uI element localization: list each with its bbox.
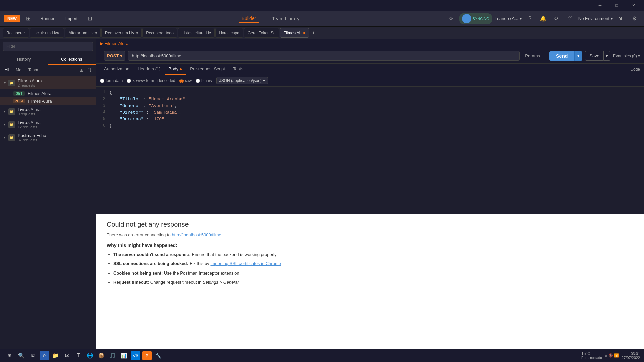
- layout-icon[interactable]: ⊞: [23, 13, 34, 24]
- windows-start[interactable]: ⊞: [4, 350, 15, 361]
- new-tab-icon[interactable]: ⊡: [84, 13, 95, 24]
- form-data-option[interactable]: form-data: [100, 78, 123, 83]
- top-center-nav: Builder Team Library: [98, 14, 443, 23]
- tab-item[interactable]: Remover um Livro: [101, 28, 142, 38]
- subtab-all[interactable]: All: [3, 67, 11, 73]
- tab-item[interactable]: Livros capa: [215, 28, 243, 38]
- settings-icon[interactable]: ⚙: [446, 13, 457, 24]
- sort-icon[interactable]: ⇅: [86, 67, 93, 73]
- eye-icon[interactable]: 👁: [616, 13, 627, 24]
- search-input[interactable]: [3, 42, 93, 51]
- mail-icon[interactable]: ✉: [62, 351, 72, 360]
- request-item[interactable]: POST Filmes Alura: [0, 97, 96, 105]
- sidebar-subtabs: All Me Team ⊞ ⇅: [0, 65, 96, 75]
- search-taskbar-icon[interactable]: 🔍: [17, 351, 26, 360]
- sidebar-tab-collections[interactable]: Collections: [48, 54, 96, 65]
- subtab-me[interactable]: Me: [14, 67, 23, 73]
- json-format-select[interactable]: JSON (application/json) ▾: [216, 77, 268, 84]
- taskview-icon[interactable]: ⧉: [28, 351, 38, 360]
- response-ssl-link[interactable]: importing SSL certificates in Chrome: [210, 261, 281, 266]
- breadcrumb: ▶ Filmes Alura: [100, 41, 128, 46]
- url-area: POST ▾ Params: [100, 51, 547, 61]
- send-dropdown[interactable]: ▾: [574, 51, 582, 61]
- url-input[interactable]: [128, 51, 520, 61]
- app2-icon[interactable]: 🎵: [108, 351, 117, 360]
- body-tab-headers-(1)[interactable]: Headers (1): [133, 64, 165, 75]
- body-tab-body[interactable]: Body: [165, 64, 186, 75]
- browser-icon[interactable]: 🌐: [85, 351, 95, 360]
- raw-option[interactable]: raw: [179, 78, 192, 83]
- params-button[interactable]: Params: [522, 52, 543, 60]
- collection-item[interactable]: ▾ 📁 Filmes Alura 2 requests: [0, 76, 96, 89]
- send-btn-group: Send ▾: [549, 51, 582, 61]
- builder-tab[interactable]: Builder: [239, 14, 259, 23]
- team-library-tab[interactable]: Team Library: [269, 15, 302, 23]
- new-folder-icon[interactable]: ⊞: [78, 67, 85, 73]
- gear-icon[interactable]: ⚙: [629, 13, 640, 24]
- method-select[interactable]: POST ▾: [104, 51, 125, 61]
- app1-icon[interactable]: 📦: [97, 351, 106, 360]
- response-list-item: The server couldn't send a response: Ens…: [113, 251, 633, 258]
- subtab-team[interactable]: Team: [26, 67, 40, 73]
- save-btn-group: Save ▾: [585, 51, 610, 61]
- send-button[interactable]: Send: [549, 51, 574, 61]
- collection-item[interactable]: ▸ 📁 Postman Echo 37 requests: [0, 131, 96, 144]
- minimize-button[interactable]: ─: [592, 0, 608, 11]
- sync-label: SYNCING: [473, 17, 489, 21]
- binary-option[interactable]: binary: [196, 78, 212, 83]
- method-chevron: ▾: [120, 53, 122, 58]
- add-tab-button[interactable]: +: [310, 29, 318, 37]
- request-bar: POST ▾ Params Send ▾ Save ▾ Examples (0)…: [96, 48, 644, 64]
- tab-item[interactable]: Recuperar: [3, 28, 29, 38]
- edge-icon[interactable]: e: [40, 351, 49, 360]
- collection-item[interactable]: ▸ 📁 Livros Alura 12 requests: [0, 118, 96, 131]
- explorer-icon[interactable]: 📁: [51, 351, 60, 360]
- body-tab-tests[interactable]: Tests: [229, 64, 247, 75]
- request-item[interactable]: GET Filmes Alura: [0, 89, 96, 97]
- avatar: L: [462, 14, 471, 23]
- save-dropdown-button[interactable]: ▾: [604, 51, 610, 61]
- collection-icon: 📁: [8, 80, 15, 86]
- close-button[interactable]: ✕: [626, 0, 641, 11]
- tab-item[interactable]: Alterar um Livro: [65, 28, 101, 38]
- new-button[interactable]: NEW: [4, 15, 20, 22]
- code-editor[interactable]: 1{2 "Titulo" : "Homem Aranha",3 "Genero"…: [96, 87, 644, 214]
- code-line: 6}: [96, 123, 644, 130]
- collection-item[interactable]: ▸ 📁 Livros Alura 0 requests: [0, 105, 96, 118]
- app3-icon[interactable]: 📊: [119, 351, 129, 360]
- runner-button[interactable]: Runner: [36, 15, 59, 22]
- save-button[interactable]: Save: [585, 51, 604, 61]
- line-content: {: [109, 90, 644, 96]
- tab-item[interactable]: ListasLeitura Lic: [178, 28, 215, 38]
- more-tabs-button[interactable]: ···: [318, 29, 326, 37]
- vscode-icon[interactable]: VS: [131, 351, 140, 360]
- tab-item[interactable]: Incluir um Livro: [30, 28, 64, 38]
- user-badge[interactable]: Leandro A... ▾: [495, 16, 522, 21]
- import-button[interactable]: Import: [61, 15, 82, 22]
- devtools-icon[interactable]: 🔧: [154, 351, 163, 360]
- code-button[interactable]: Code: [630, 67, 640, 72]
- environment-select[interactable]: No Environment ▾: [578, 16, 613, 21]
- sync-icon[interactable]: ⟳: [551, 13, 562, 24]
- collection-count: 0 requests: [18, 112, 92, 116]
- postman-icon[interactable]: P: [142, 351, 152, 360]
- tab-item[interactable]: Filmes Al.: [280, 28, 309, 38]
- bell-icon[interactable]: 🔔: [538, 13, 549, 24]
- collection-arrow-icon: ▾: [4, 81, 6, 85]
- urlencoded-option[interactable]: x-www-form-urlencoded: [127, 78, 175, 83]
- body-tab-pre-request-script[interactable]: Pre-request Script: [186, 64, 229, 75]
- heart-icon[interactable]: ♡: [565, 13, 576, 24]
- sidebar-tab-history[interactable]: History: [0, 54, 48, 65]
- help-icon[interactable]: ?: [525, 13, 535, 24]
- list-item: ▸ 📁 Postman Echo 37 requests: [0, 131, 96, 144]
- examples-button[interactable]: Examples (0) ▾: [613, 54, 640, 58]
- body-tab-authorization[interactable]: Authorization: [100, 64, 133, 75]
- teams-icon[interactable]: T: [74, 351, 83, 360]
- response-link[interactable]: http://localhost:5000/filme: [172, 232, 221, 237]
- tab-item[interactable]: Recuperar todo: [142, 28, 177, 38]
- maximize-button[interactable]: □: [609, 0, 625, 11]
- tab-item[interactable]: Gerar Token Se: [244, 28, 279, 38]
- request-name: Filmes Alura: [28, 99, 52, 104]
- line-number: 5: [96, 117, 109, 123]
- json-format-chevron: ▾: [263, 78, 265, 83]
